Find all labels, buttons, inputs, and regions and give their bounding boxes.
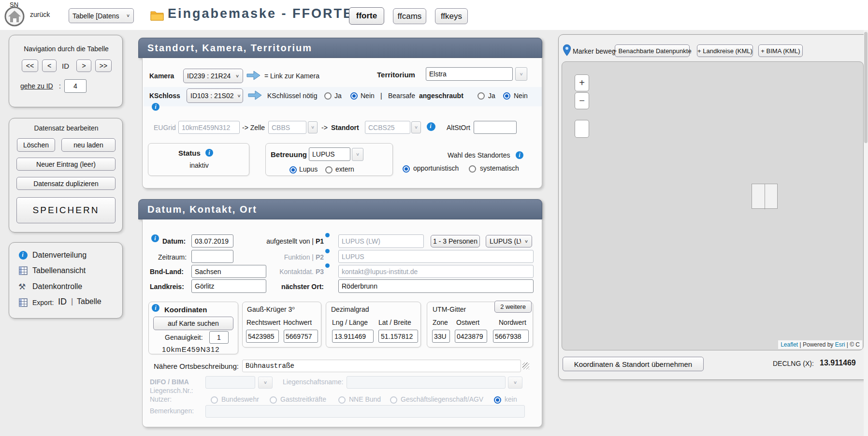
nav-prev-button[interactable]: < bbox=[42, 59, 57, 72]
nav-last-button[interactable]: >> bbox=[95, 59, 112, 72]
p3-input[interactable] bbox=[338, 265, 534, 278]
p1-select[interactable]: LUPUS (LW bbox=[486, 235, 532, 247]
dg-lat-input[interactable] bbox=[378, 330, 418, 343]
camera-link-arrow-icon[interactable] bbox=[246, 70, 261, 83]
bemerkungen-label: Bemerkungen: bbox=[150, 407, 194, 415]
kamera-select-value: ID239 : 21R24 bbox=[187, 72, 231, 80]
zeitraum-input[interactable] bbox=[191, 250, 233, 263]
new-entry-button[interactable]: Neuer Eintrag (leer) bbox=[16, 158, 116, 171]
wahl-info-icon[interactable] bbox=[516, 151, 523, 159]
table-select[interactable]: Tabelle [Datens bbox=[69, 8, 134, 23]
goto-id-input[interactable] bbox=[64, 79, 87, 93]
nav-first-button[interactable]: << bbox=[22, 59, 38, 72]
app-button-fforte[interactable]: fforte bbox=[349, 7, 384, 25]
bearsafe-nein-label[interactable]: Nein bbox=[514, 92, 528, 100]
utm-ostwert-input[interactable] bbox=[455, 330, 487, 343]
reload-button[interactable]: neu laden bbox=[61, 138, 116, 152]
personen-button[interactable]: 1 - 3 Personen bbox=[431, 235, 480, 247]
bearsafe-ja-radio[interactable] bbox=[477, 92, 485, 100]
nav-next-button[interactable]: > bbox=[76, 59, 91, 72]
resize-grip-icon[interactable] bbox=[522, 363, 529, 369]
territorium-input[interactable] bbox=[426, 67, 513, 81]
betreuung-extern-radio[interactable] bbox=[325, 166, 333, 174]
status-label: Status bbox=[178, 149, 201, 157]
wahl-opportunistisch-label[interactable]: opportunistisch bbox=[413, 164, 459, 172]
map-zoom-in-button[interactable]: + bbox=[575, 74, 589, 91]
standort-dropdown-button[interactable] bbox=[411, 121, 421, 133]
genauigkeit-input[interactable] bbox=[209, 331, 229, 344]
status-info-icon[interactable] bbox=[205, 149, 213, 157]
delete-button[interactable]: Löschen bbox=[17, 138, 55, 152]
wahl-systematisch-label[interactable]: systematisch bbox=[480, 164, 519, 172]
export-id-link[interactable]: ID bbox=[58, 297, 67, 307]
gk-rechtswert-input[interactable] bbox=[246, 330, 279, 343]
ortsbeschreibung-input[interactable] bbox=[242, 360, 521, 372]
bearsafe-ja-label[interactable]: Ja bbox=[488, 92, 495, 100]
kschloss-link-arrow-icon[interactable] bbox=[248, 90, 262, 102]
save-button[interactable]: SPEICHERN bbox=[16, 197, 116, 223]
p1-input[interactable] bbox=[338, 234, 424, 248]
tabellenansicht-link[interactable]: Tabellenansicht bbox=[32, 266, 86, 275]
kschluessel-ja-radio[interactable] bbox=[324, 92, 332, 100]
territorium-dropdown-button[interactable] bbox=[515, 67, 527, 81]
esri-link[interactable]: Esri bbox=[835, 341, 845, 348]
scrollbar-thumb[interactable] bbox=[864, 32, 868, 143]
nutzer-kein-label: kein bbox=[505, 395, 517, 403]
betreuung-lupus-radio[interactable] bbox=[289, 166, 297, 174]
p2-input[interactable] bbox=[338, 250, 534, 263]
kschluessel-nein-label[interactable]: Nein bbox=[361, 92, 375, 100]
scrollbar-track[interactable] bbox=[864, 30, 868, 436]
apply-coordinates-button[interactable]: Koordinaten & Standort übernehmen bbox=[563, 357, 704, 371]
datum-info-icon[interactable] bbox=[151, 234, 159, 242]
map-zoom-out-button[interactable]: − bbox=[575, 92, 589, 109]
zelle-dropdown-button[interactable] bbox=[308, 121, 318, 133]
betreuung-lupus-label[interactable]: Lupus bbox=[299, 165, 318, 173]
utm-more-button[interactable]: 2 weitere bbox=[494, 301, 532, 313]
kamera-label: Kamera bbox=[149, 72, 174, 80]
kschluessel-ja-label[interactable]: Ja bbox=[334, 92, 342, 100]
betreuung-dropdown-button[interactable] bbox=[352, 148, 363, 161]
kschloss-select[interactable]: ID103 : 21S02 bbox=[187, 88, 243, 103]
ort-input[interactable] bbox=[338, 279, 534, 293]
koordinaten-info-icon[interactable] bbox=[152, 304, 159, 312]
leaflet-link[interactable]: Leaflet bbox=[781, 341, 798, 348]
map-panel: Marker bewegen! + Benachbarte Datenpunkt… bbox=[558, 34, 868, 380]
wahl-systematisch-radio[interactable] bbox=[469, 165, 476, 173]
landkreise-kml-button[interactable]: + Landkreise (KML) bbox=[697, 44, 753, 57]
app-button-ffcams[interactable]: ffcams bbox=[393, 8, 426, 24]
kschluessel-nein-radio[interactable] bbox=[350, 92, 358, 100]
standort-info-icon[interactable] bbox=[427, 122, 435, 131]
goto-id-link[interactable]: gehe zu ID bbox=[20, 82, 53, 90]
kschloss-info-icon[interactable] bbox=[152, 103, 159, 111]
bearsafe-nein-radio[interactable] bbox=[503, 92, 510, 100]
karte-suchen-button[interactable]: auf Karte suchen bbox=[153, 317, 233, 330]
home-icon[interactable] bbox=[4, 6, 25, 27]
datenkontrolle-link[interactable]: Datenkontrolle bbox=[32, 282, 82, 291]
map-tile-placeholder bbox=[752, 184, 778, 209]
bima-kml-button[interactable]: + BIMA (KML) bbox=[758, 44, 803, 57]
app-button-ffkeys[interactable]: ffkeys bbox=[435, 8, 468, 24]
map-canvas[interactable]: + − Leaflet | Powered by Esri | © C bbox=[562, 61, 864, 350]
datenpunkte-button[interactable]: + Benachbarte Datenpunkte bbox=[615, 44, 690, 57]
nutzer-kein-radio[interactable] bbox=[494, 396, 501, 404]
p1-info-icon[interactable] bbox=[325, 233, 330, 237]
dg-lng-input[interactable] bbox=[332, 330, 374, 343]
map-control-button[interactable] bbox=[575, 120, 589, 138]
kamera-select[interactable]: ID239 : 21R24 bbox=[183, 69, 243, 83]
utm-zone-input[interactable] bbox=[432, 330, 450, 343]
altstort-input[interactable] bbox=[474, 121, 517, 134]
datenverteilung-link[interactable]: Datenverteilung bbox=[32, 251, 87, 260]
gk-hochwert-input[interactable] bbox=[284, 330, 318, 343]
datum-input[interactable] bbox=[191, 234, 233, 247]
p3-info-icon[interactable] bbox=[325, 263, 330, 268]
wahl-opportunistisch-radio[interactable] bbox=[403, 165, 410, 173]
export-tabelle-link[interactable]: Tabelle bbox=[77, 297, 101, 306]
utm-nordwert-input[interactable] bbox=[493, 330, 529, 343]
p2-info-icon[interactable] bbox=[325, 249, 330, 253]
betreuung-input[interactable] bbox=[309, 147, 350, 161]
betreuung-extern-label[interactable]: extern bbox=[335, 165, 354, 173]
difo-label: DIFO / BIMA bbox=[150, 378, 189, 386]
ortsbeschreibung-label: Nähere Ortsbeschreibung: bbox=[154, 362, 239, 370]
duplicate-button[interactable]: Datensatz duplizieren bbox=[16, 177, 116, 190]
back-link[interactable]: zurück bbox=[30, 11, 50, 18]
